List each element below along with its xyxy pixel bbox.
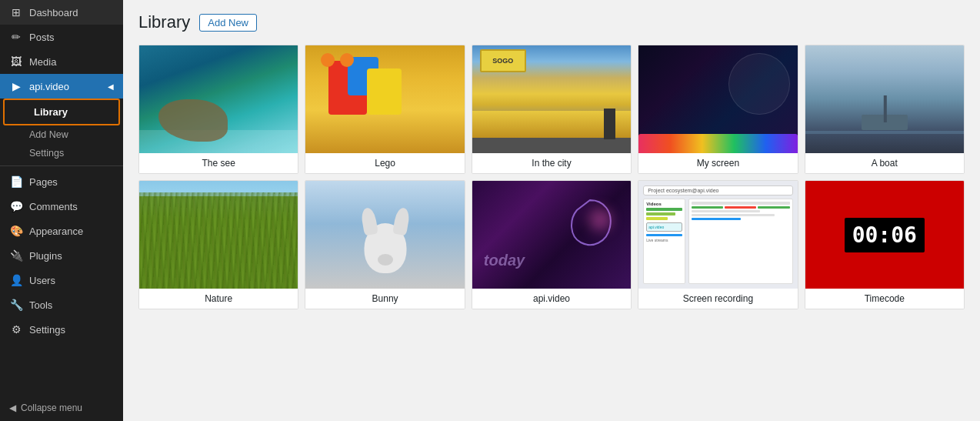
library-label: Library <box>14 106 68 118</box>
library-section-highlight: Library <box>3 99 120 125</box>
sidebar-sub-add-new[interactable]: Add New <box>0 125 123 144</box>
media-item[interactable]: 00:06 Timecode <box>805 180 965 309</box>
settings-sub-label: Settings <box>29 148 64 159</box>
sidebar-item-label: Users <box>29 275 55 286</box>
media-item[interactable]: Nature <box>138 180 298 309</box>
media-item[interactable]: A boat <box>805 45 965 174</box>
sidebar-item-label: Settings <box>29 324 65 336</box>
thumbnail-apivideo: today <box>472 181 631 289</box>
sidebar-item-label: Posts <box>29 32 55 43</box>
thumbnail-bunny <box>305 181 464 289</box>
timecode-display: 00:06 <box>845 218 925 252</box>
pages-icon: 📄 <box>9 175 23 188</box>
page-title: Library <box>138 12 190 32</box>
sidebar-sub-library[interactable]: Library <box>5 100 118 124</box>
media-grid: The see Lego SOGO In the city <box>138 45 965 309</box>
collapse-label: Collapse menu <box>21 403 82 413</box>
add-new-sub-label: Add New <box>29 129 68 140</box>
media-item[interactable]: My screen <box>638 45 798 174</box>
sidebar-sub-settings[interactable]: Settings <box>0 144 123 162</box>
sidebar-item-label: Comments <box>29 201 78 212</box>
media-caption: Bunny <box>305 289 464 309</box>
tools-icon: 🔧 <box>9 299 23 311</box>
main-content: Library Add New The see Lego <box>123 0 980 421</box>
media-item[interactable]: SOGO In the city <box>472 45 632 174</box>
comments-icon: 💬 <box>9 200 23 212</box>
plugins-icon: 🔌 <box>9 249 23 262</box>
media-item[interactable]: today api.video <box>472 180 632 309</box>
thumbnail-sea <box>139 45 298 153</box>
thumbnail-screenrec: Project ecosystem@api.video Videos api.v… <box>638 181 797 289</box>
apivideo-icon: ▶ <box>9 80 23 92</box>
sidebar-item-label: Dashboard <box>29 7 78 18</box>
sidebar-item-users[interactable]: 👤 Users <box>0 268 123 292</box>
thumbnail-timecode: 00:06 <box>805 181 964 289</box>
media-caption: Timecode <box>805 289 964 309</box>
media-caption: The see <box>139 153 298 173</box>
sidebar-item-plugins[interactable]: 🔌 Plugins <box>0 243 123 268</box>
sidebar-item-label: Pages <box>29 176 58 188</box>
sidebar-item-media[interactable]: 🖼 Media <box>0 49 123 74</box>
sidebar-item-label: Plugins <box>29 250 62 262</box>
sidebar-item-label: Tools <box>29 299 52 311</box>
media-caption: Lego <box>305 153 464 173</box>
media-caption: api.video <box>472 289 631 309</box>
settings-icon: ⚙ <box>9 323 23 336</box>
sidebar-divider <box>0 165 123 166</box>
sidebar-item-settings[interactable]: ⚙ Settings <box>0 317 123 342</box>
posts-icon: ✏ <box>9 31 23 43</box>
users-icon: 👤 <box>9 274 23 286</box>
chevron-left-icon: ◀ <box>108 82 114 91</box>
thumbnail-city: SOGO <box>472 45 631 153</box>
sidebar-item-posts[interactable]: ✏ Posts <box>0 25 123 49</box>
media-icon: 🖼 <box>9 55 23 68</box>
sidebar-item-label: Media <box>29 56 56 68</box>
media-caption: Screen recording <box>638 289 797 309</box>
sidebar-item-pages[interactable]: 📄 Pages <box>0 169 123 194</box>
thumbnail-screen <box>638 45 797 153</box>
sidebar-item-dashboard[interactable]: ⊞ Dashboard <box>0 0 123 25</box>
media-item[interactable]: Bunny <box>305 180 465 309</box>
sidebar: ⊞ Dashboard ✏ Posts 🖼 Media ▶ api.video … <box>0 0 123 421</box>
sidebar-item-label: Appearance <box>29 226 83 237</box>
media-caption: In the city <box>472 153 631 173</box>
media-caption: A boat <box>805 153 964 173</box>
sidebar-item-label: api.video <box>29 81 69 92</box>
media-caption: Nature <box>139 289 298 309</box>
appearance-icon: 🎨 <box>9 225 23 237</box>
media-item[interactable]: Project ecosystem@api.video Videos api.v… <box>638 180 798 309</box>
page-header: Library Add New <box>138 12 965 32</box>
thumbnail-lego <box>305 45 464 153</box>
collapse-menu-button[interactable]: ◀ Collapse menu <box>0 395 123 421</box>
sidebar-item-tools[interactable]: 🔧 Tools <box>0 292 123 317</box>
media-item[interactable]: The see <box>138 45 298 174</box>
dashboard-icon: ⊞ <box>9 6 23 18</box>
collapse-icon: ◀ <box>9 403 16 413</box>
sidebar-item-appearance[interactable]: 🎨 Appearance <box>0 219 123 243</box>
add-new-button[interactable]: Add New <box>199 14 257 32</box>
sidebar-item-comments[interactable]: 💬 Comments <box>0 194 123 219</box>
sidebar-item-apivideo[interactable]: ▶ api.video ◀ <box>0 74 123 99</box>
thumbnail-boat <box>805 45 964 153</box>
thumbnail-nature <box>139 181 298 289</box>
media-caption: My screen <box>638 153 797 173</box>
media-item[interactable]: Lego <box>305 45 465 174</box>
